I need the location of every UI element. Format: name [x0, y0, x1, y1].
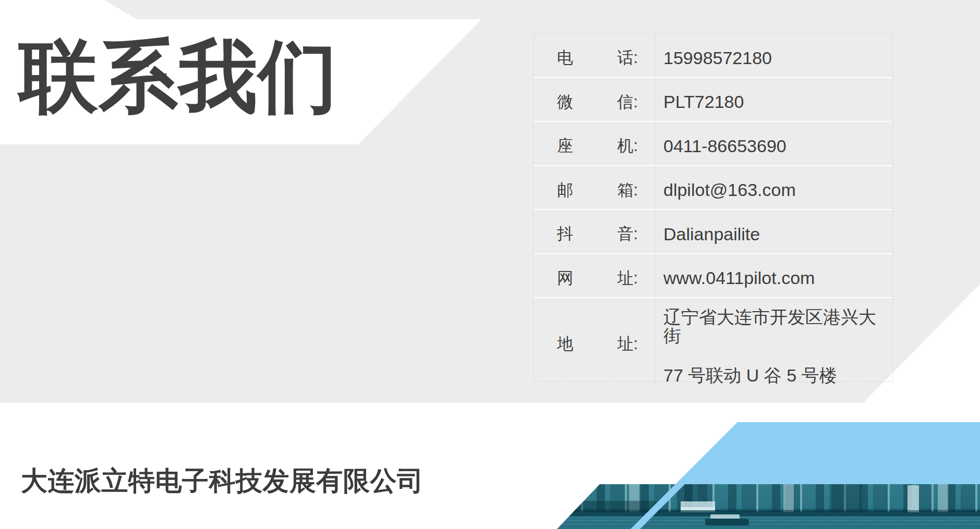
landline-label: 座 机: — [534, 122, 655, 165]
email-label: 邮 箱: — [534, 166, 655, 210]
table-row-landline: 座 机: 0411-86653690 — [534, 122, 892, 166]
table-row-email: 邮 箱: dlpilot@163.com — [534, 166, 892, 211]
phone-label: 电 话: — [534, 34, 655, 77]
table-row-address: 地 址: 辽宁省大连市开发区港兴大街 77 号联动 U 谷 5 号楼 — [534, 298, 892, 385]
table-row-douyin: 抖 音: Dalianpailite — [534, 210, 892, 254]
address-line-1: 辽宁省大连市开发区港兴大街 — [663, 307, 887, 345]
phone-value: 15998572180 — [655, 34, 892, 77]
wechat-value: PLT72180 — [655, 78, 892, 121]
waterline-band — [553, 510, 980, 516]
website-value: www.0411pilot.com — [655, 254, 892, 298]
table-row-website: 网 址: www.0411pilot.com — [534, 254, 892, 299]
landline-value: 0411-86653690 — [655, 122, 892, 165]
website-label: 网 址: — [534, 254, 655, 298]
company-name: 大连派立特电子科技发展有限公司 — [21, 463, 424, 499]
table-row-wechat: 微 信: PLT72180 — [534, 78, 892, 122]
address-value: 辽宁省大连市开发区港兴大街 77 号联动 U 谷 5 号楼 — [655, 298, 892, 385]
douyin-value: Dalianpailite — [655, 210, 892, 253]
address-line-2: 77 号联动 U 谷 5 号楼 — [663, 366, 837, 385]
light-tower-building — [908, 485, 919, 512]
douyin-label: 抖 音: — [534, 210, 655, 253]
wechat-label: 微 信: — [534, 78, 655, 121]
contact-slide: 联系我们 电 话: 15998572180 微 信: PLT72180 座 机: — [0, 0, 980, 529]
water-reflections — [553, 516, 980, 529]
email-value: dlpilot@163.com — [655, 166, 892, 210]
ferry-boat-hull — [705, 519, 749, 525]
page-title: 联系我们 — [19, 34, 338, 118]
contact-table: 电 话: 15998572180 微 信: PLT72180 座 机: 0411… — [533, 33, 893, 382]
table-row-phone: 电 话: 15998572180 — [534, 34, 892, 78]
address-label: 地 址: — [534, 298, 655, 385]
